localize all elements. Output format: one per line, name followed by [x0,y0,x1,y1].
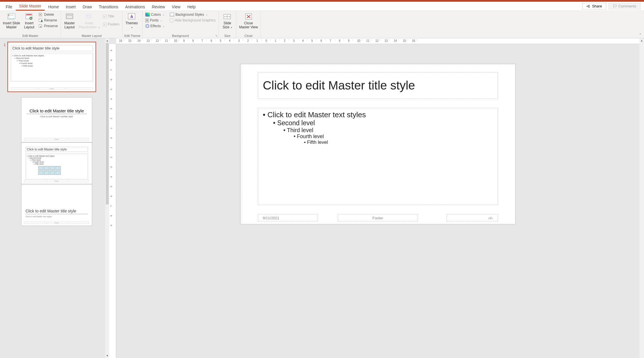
editor-vertical-scrollbar[interactable]: ▲ [639,38,644,358]
comments-button[interactable]: Comments [609,3,641,9]
thumb-footers: Footer [24,222,89,224]
insert-layout-icon [25,13,33,20]
thumb-title-placeholder: Click to edit Master title style [27,108,87,114]
insert-slide-master-button[interactable]: Insert Slide Master [2,12,21,30]
master-layout-button[interactable]: Master Layout [63,12,76,30]
preserve-button[interactable]: Preserve [37,23,59,29]
edit-theme-group-label: Edit Theme [124,33,140,38]
thumbnails-scrollbar[interactable]: ▲ ▼ [105,38,109,358]
fonts-button[interactable]: A Fonts ⌄ [144,18,166,23]
scrollbar-track[interactable] [639,43,644,358]
chevron-down-icon: ⌄ [206,13,208,16]
date-placeholder[interactable]: 9/11/2021 [258,214,318,222]
delete-icon [38,13,43,17]
layout-thumbnail-title-slide[interactable]: Click to edit Master title style Click t… [21,97,92,142]
tab-review[interactable]: Review [148,3,169,11]
themes-label: Themes▾ [125,21,138,29]
tab-view[interactable]: View [169,3,184,11]
effects-icon [145,24,149,28]
close-master-view-button[interactable]: Close Master View [238,12,259,30]
background-dialog-launcher[interactable]: ⤡ [215,34,218,37]
slide-size-button[interactable]: Slide Size ▾ [221,12,234,30]
ruler-scroll-up-icon[interactable]: ▲ [639,38,644,43]
checkbox-icon: ✓ [103,15,107,18]
svg-rect-4 [26,14,31,15]
slide-size-icon [223,13,232,20]
tab-transitions[interactable]: Transitions [95,3,122,11]
checkbox-icon [170,19,173,22]
hide-background-checkbox: Hide Background Graphics [169,18,217,23]
share-label: Share [592,4,602,8]
layout-thumbnail-section-header[interactable]: Click to edit Master title style Click t… [21,184,92,226]
slide-master-thumbnail[interactable]: Click to edit Master title style • Click… [7,42,96,92]
scrollbar-thumb[interactable] [106,43,109,204]
tab-file[interactable]: File [2,3,16,11]
effects-label: Effects [150,24,161,28]
effects-button[interactable]: Effects ⌄ [144,23,166,29]
preserve-icon [38,24,43,28]
horizontal-ruler[interactable]: 16'15'14'13'12'11'10'9'8'7'6'5'4'3'2'1'0… [116,38,639,44]
tab-insert[interactable]: Insert [62,3,79,11]
background-styles-icon [170,13,174,17]
master-title-placeholder[interactable]: Click to edit Master title style [258,72,498,99]
ribbon-group-edit-master: Insert Slide Master Insert Layout Delete… [0,11,61,38]
ribbon-group-close: Close Master View Close [236,11,261,38]
themes-icon: Aa [127,13,136,21]
close-master-label: Close Master View [239,21,258,29]
title-checkbox: ✓ Title [102,14,121,19]
ribbon-collapse-button[interactable]: ⌃ [639,33,642,37]
scrollbar-track[interactable] [105,43,109,353]
scroll-down-arrow-icon[interactable]: ▼ [105,353,109,358]
svg-text:a: a [131,14,133,19]
footer-placeholder[interactable]: Footer [338,214,418,222]
thumb-footers: Footer [11,87,93,90]
insert-layout-button[interactable]: Insert Layout [22,12,36,30]
colors-label: Colors [151,13,161,17]
insert-placeholder-button[interactable]: Insert Placeholder ▾ [78,12,101,30]
slide-master-canvas[interactable]: Click to edit Master title style Click t… [241,64,515,224]
comment-icon [613,4,617,8]
delete-label: Delete [44,13,54,17]
rename-button[interactable]: Rename [37,18,59,23]
share-icon [586,4,591,8]
fonts-icon: A [145,19,149,22]
svg-rect-12 [67,16,72,18]
thumb-footers: Footer [24,138,89,140]
thumbnails-pane[interactable]: 1 Click to edit Master title style • Cli… [0,38,105,358]
body-text-level-2: Second level [263,119,493,127]
master-body-placeholder[interactable]: Click to edit Master text styles Second … [258,108,498,205]
tab-animations[interactable]: Animations [122,3,148,11]
tab-draw[interactable]: Draw [79,3,96,11]
master-layout-group-label: Master Layout [63,33,120,38]
background-styles-button[interactable]: Background Styles ⌄ [169,12,217,17]
delete-button[interactable]: Delete [37,12,59,17]
body-text-level-5: Fifth level [263,140,493,145]
thumb-body-placeholder: • Click to edit Master text styles • Sec… [11,53,93,81]
master-layout-icon [66,13,74,20]
share-button[interactable]: Share [582,3,606,9]
edit-master-group-label: Edit Master [2,33,59,38]
checkbox-icon: ✓ [103,23,107,26]
tab-home[interactable]: Home [45,3,62,11]
themes-button[interactable]: Aa Themes▾ [124,12,139,30]
fonts-label: Fonts [150,18,158,22]
insert-slide-master-icon [7,13,16,20]
chevron-down-icon: ⌄ [160,19,162,22]
layout-thumbnail-title-content[interactable]: Click to edit Master title style • Click… [21,142,92,184]
slide-number-placeholder[interactable]: ‹#› [446,214,498,222]
slide-canvas-area[interactable]: 16'15'14'13'12'11'10'9'8'7'6'5'4'3'2'1'0… [116,38,639,358]
content-placeholder-icons [38,166,86,175]
insert-placeholder-icon [85,13,93,20]
body-text-level-3: Third level [263,127,493,134]
colors-button[interactable]: Colors ⌄ [144,12,166,17]
vertical-ruler[interactable]: 9876543210123456789 [109,44,116,358]
colors-icon [145,13,150,17]
main-area: 1 Click to edit Master title style • Cli… [0,38,644,358]
scroll-up-arrow-icon[interactable]: ▲ [105,38,109,43]
comments-label: Comments [618,4,636,8]
svg-rect-2 [9,13,15,19]
tab-help[interactable]: Help [184,3,199,11]
tab-slide-master[interactable]: Slide Master [16,2,45,11]
thumb-title-placeholder: Click to edit Master title style [25,147,88,152]
rename-label: Rename [44,18,57,22]
